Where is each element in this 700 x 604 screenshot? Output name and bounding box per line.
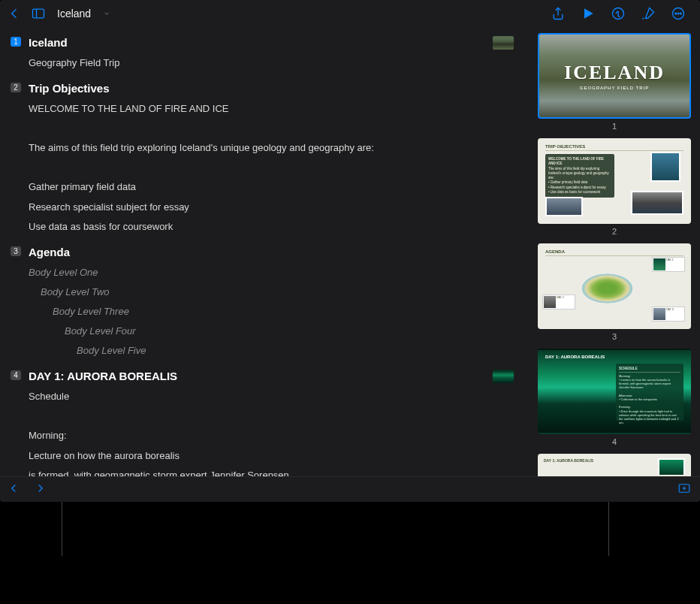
outline-slide[interactable]: 2Trip ObjectivesWELCOME TO THE LAND OF F… <box>29 82 514 235</box>
nav-thumb-4[interactable]: DAY 1: AURORA BOREALIS SCHEDULE Morning:… <box>538 349 691 434</box>
slide-number-badge[interactable]: 2 <box>11 83 21 92</box>
outline-slide[interactable]: 3AgendaBody Level OneBody Level TwoBody … <box>29 246 514 359</box>
svg-rect-0 <box>33 9 44 18</box>
app-window: Iceland 1IcelandGeography Field <box>0 0 700 502</box>
nav-slide-3[interactable]: AGENDA DAY 1 DAY 2 DAY 3 3 <box>538 243 691 341</box>
share-icon[interactable] <box>550 5 566 22</box>
add-slide-icon[interactable] <box>677 485 691 497</box>
thumb-image <box>650 152 680 182</box>
outline-slide-title[interactable]: Iceland <box>29 36 514 49</box>
outline-body-text[interactable] <box>29 159 514 176</box>
thumb-image <box>631 191 683 215</box>
thumb-textbox: WELCOME TO THE LAND OF FIRE AND ICE The … <box>545 154 614 198</box>
callout-line <box>62 502 62 556</box>
mini-thumb <box>493 36 514 50</box>
outline-placeholder-text[interactable]: Body Level Three <box>29 304 514 320</box>
outline-slide[interactable]: 1IcelandGeography Field Trip <box>29 36 514 71</box>
outline-body-text[interactable]: Gather primary field data <box>29 179 514 195</box>
nav-thumb-5[interactable]: DAY 1: AURORA BOREALIS <box>538 454 691 476</box>
play-icon[interactable] <box>580 5 596 22</box>
slide-number-badge[interactable]: 3 <box>11 246 21 256</box>
outline-placeholder-text[interactable]: Body Level Four <box>29 323 514 340</box>
callout-line <box>608 502 609 556</box>
mini-thumb <box>493 370 514 383</box>
outline-pane[interactable]: 1IcelandGeography Field Trip2Trip Object… <box>0 27 529 476</box>
thumb-textbox: SCHEDULE Morning:• Lecture on how the au… <box>616 364 683 421</box>
outline-body-text[interactable]: Use data as basis for coursework <box>29 219 514 235</box>
outline-body-text[interactable]: Research specialist subject for essay <box>29 199 514 216</box>
nav-slide-5[interactable]: DAY 1: AURORA BOREALIS <box>538 454 691 476</box>
svg-point-6 <box>677 13 679 14</box>
outline-placeholder-text[interactable]: Body Level Five <box>29 343 514 359</box>
thumb-day-card: DAY 1 <box>652 257 685 272</box>
outline-body-text[interactable]: Schedule <box>29 388 514 405</box>
outline-slide-title[interactable]: DAY 1: AURORA BOREALIS <box>29 370 514 382</box>
nav-num: 1 <box>538 122 691 131</box>
outline-body-text[interactable]: Geography Field Trip <box>29 55 514 71</box>
thumb-title: ICELAND <box>564 62 665 84</box>
slide-number-badge[interactable]: 1 <box>11 37 21 47</box>
outline-body-text[interactable]: Morning: <box>29 427 514 444</box>
more-icon[interactable] <box>670 5 686 22</box>
format-brush-icon[interactable] <box>640 5 656 22</box>
nav-slide-4[interactable]: DAY 1: AURORA BOREALIS SCHEDULE Morning:… <box>538 349 691 446</box>
footer-bar <box>0 476 700 502</box>
thumb-image <box>545 197 583 216</box>
svg-point-5 <box>675 13 677 14</box>
outline-body-text[interactable] <box>29 408 514 424</box>
document-title[interactable]: Iceland <box>57 8 91 20</box>
thumb-image <box>658 458 685 476</box>
svg-point-7 <box>680 13 682 14</box>
outline-slide-title[interactable]: Trip Objectives <box>29 82 514 95</box>
outline-body-text[interactable] <box>29 120 514 137</box>
nav-num: 2 <box>538 227 691 236</box>
chevron-down-icon[interactable] <box>98 5 115 22</box>
outline-body-text[interactable]: is formed, with geomagnetic storm expert… <box>29 467 514 476</box>
outline-body-text[interactable]: Lecture on how the aurora borealis <box>29 448 514 464</box>
sidebar-icon[interactable] <box>30 5 47 22</box>
thumb-title: AGENDA <box>545 249 683 256</box>
outline-placeholder-text[interactable]: Body Level Two <box>29 284 514 300</box>
nav-thumb-1[interactable]: ICELAND GEOGRAPHY FIELD TRIP <box>538 33 691 119</box>
outline-slide[interactable]: 4DAY 1: AURORA BOREALISSchedule Morning:… <box>29 370 514 476</box>
indent-icon[interactable] <box>32 482 45 498</box>
rewind-icon[interactable] <box>610 5 626 22</box>
nav-slide-1[interactable]: ICELAND GEOGRAPHY FIELD TRIP 1 <box>538 33 691 131</box>
toolbar: Iceland <box>0 0 700 27</box>
nav-slide-2[interactable]: TRIP OBJECTIVES WELCOME TO THE LAND OF F… <box>538 138 691 236</box>
back-icon[interactable] <box>6 5 23 22</box>
thumb-day-card: DAY 3 <box>652 307 685 322</box>
outline-slide-title[interactable]: Agenda <box>29 246 514 258</box>
thumb-title: TRIP OBJECTIVES <box>545 144 683 151</box>
nav-thumb-3[interactable]: AGENDA DAY 1 DAY 2 DAY 3 <box>538 243 691 329</box>
thumb-map <box>562 258 644 319</box>
nav-num: 3 <box>538 332 691 341</box>
thumb-title: DAY 1: AURORA BOREALIS <box>545 355 683 359</box>
outdent-icon[interactable] <box>9 482 23 498</box>
outline-placeholder-text[interactable]: Body Level One <box>29 264 514 281</box>
thumb-subtitle: GEOGRAPHY FIELD TRIP <box>580 86 649 90</box>
slide-navigator[interactable]: ICELAND GEOGRAPHY FIELD TRIP 1 TRIP OBJE… <box>529 27 700 476</box>
slide-number-badge[interactable]: 4 <box>11 370 21 380</box>
thumb-day-card: DAY 2 <box>542 294 575 310</box>
svg-marker-2 <box>584 8 593 18</box>
outline-body-text[interactable]: The aims of this field trip exploring Ic… <box>29 140 514 156</box>
nav-thumb-2[interactable]: TRIP OBJECTIVES WELCOME TO THE LAND OF F… <box>538 138 691 224</box>
outline-body-text[interactable]: WELCOME TO THE LAND OF FIRE AND ICE <box>29 101 514 117</box>
nav-num: 4 <box>538 437 691 446</box>
